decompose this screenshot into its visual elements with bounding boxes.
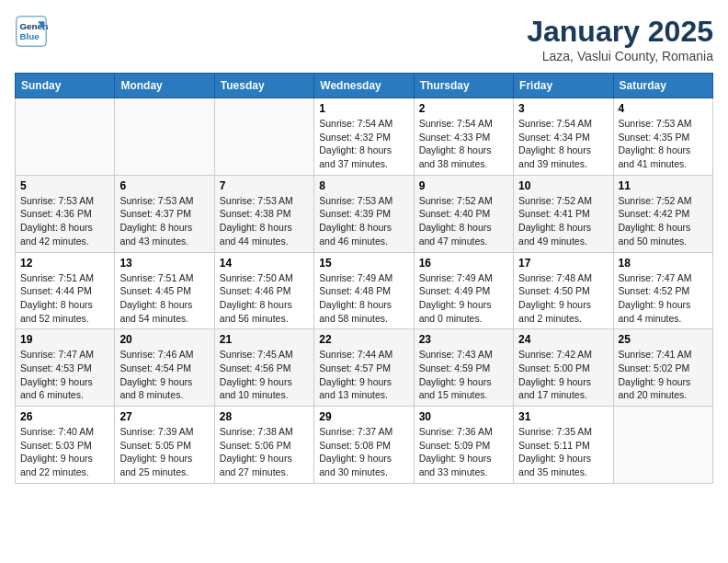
day-number: 16 <box>419 257 508 270</box>
day-info: Sunrise: 7:41 AMSunset: 5:02 PMDaylight:… <box>619 348 708 402</box>
day-cell: 16Sunrise: 7:49 AMSunset: 4:49 PMDayligh… <box>414 252 513 329</box>
day-info: Sunrise: 7:35 AMSunset: 5:11 PMDaylight:… <box>518 425 608 479</box>
day-number: 3 <box>518 102 608 115</box>
day-info: Sunrise: 7:43 AMSunset: 4:59 PMDaylight:… <box>419 348 508 402</box>
day-info: Sunrise: 7:54 AMSunset: 4:32 PMDaylight:… <box>319 117 408 171</box>
day-info: Sunrise: 7:53 AMSunset: 4:37 PMDaylight:… <box>119 194 209 248</box>
day-info: Sunrise: 7:47 AMSunset: 4:52 PMDaylight:… <box>619 271 708 326</box>
day-number: 4 <box>619 102 708 115</box>
day-cell: 17Sunrise: 7:48 AMSunset: 4:50 PMDayligh… <box>514 252 613 329</box>
day-cell: 13Sunrise: 7:51 AMSunset: 4:45 PMDayligh… <box>115 252 214 329</box>
day-info: Sunrise: 7:53 AMSunset: 4:39 PMDaylight:… <box>319 194 408 248</box>
day-number: 19 <box>20 333 109 346</box>
day-info: Sunrise: 7:53 AMSunset: 4:35 PMDaylight:… <box>619 117 708 171</box>
day-number: 6 <box>119 179 209 192</box>
day-number: 25 <box>619 333 708 346</box>
day-info: Sunrise: 7:44 AMSunset: 4:57 PMDaylight:… <box>319 348 408 402</box>
day-cell: 10Sunrise: 7:52 AMSunset: 4:41 PMDayligh… <box>514 175 613 252</box>
day-info: Sunrise: 7:49 AMSunset: 4:48 PMDaylight:… <box>319 271 408 326</box>
day-info: Sunrise: 7:53 AMSunset: 4:38 PMDaylight:… <box>220 194 309 248</box>
day-info: Sunrise: 7:50 AMSunset: 4:46 PMDaylight:… <box>220 271 309 326</box>
day-info: Sunrise: 7:46 AMSunset: 4:54 PMDaylight:… <box>119 348 209 402</box>
day-cell: 19Sunrise: 7:47 AMSunset: 4:53 PMDayligh… <box>16 329 115 407</box>
day-cell: 2Sunrise: 7:54 AMSunset: 4:33 PMDaylight… <box>414 98 513 176</box>
svg-text:Blue: Blue <box>19 31 40 41</box>
day-number: 27 <box>119 410 209 423</box>
day-cell: 7Sunrise: 7:53 AMSunset: 4:38 PMDaylight… <box>214 175 313 252</box>
col-header-wednesday: Wednesday <box>314 74 414 98</box>
day-cell <box>115 98 214 176</box>
col-header-sunday: Sunday <box>16 74 115 98</box>
day-cell: 26Sunrise: 7:40 AMSunset: 5:03 PMDayligh… <box>16 407 115 484</box>
week-row-2: 5Sunrise: 7:53 AMSunset: 4:36 PMDaylight… <box>16 175 713 252</box>
day-number: 29 <box>319 410 408 423</box>
day-info: Sunrise: 7:40 AMSunset: 5:03 PMDaylight:… <box>20 425 109 479</box>
day-number: 30 <box>419 410 508 423</box>
day-number: 8 <box>319 179 408 192</box>
day-info: Sunrise: 7:39 AMSunset: 5:05 PMDaylight:… <box>119 425 209 479</box>
day-cell: 8Sunrise: 7:53 AMSunset: 4:39 PMDaylight… <box>314 175 414 252</box>
day-cell: 5Sunrise: 7:53 AMSunset: 4:36 PMDaylight… <box>16 175 115 252</box>
calendar-title: January 2025 <box>527 15 713 49</box>
day-number: 10 <box>518 179 608 192</box>
day-info: Sunrise: 7:52 AMSunset: 4:40 PMDaylight:… <box>419 194 508 248</box>
day-number: 23 <box>419 333 508 346</box>
day-cell: 22Sunrise: 7:44 AMSunset: 4:57 PMDayligh… <box>314 329 414 407</box>
day-info: Sunrise: 7:51 AMSunset: 4:44 PMDaylight:… <box>20 271 109 326</box>
col-header-thursday: Thursday <box>414 74 513 98</box>
day-cell: 12Sunrise: 7:51 AMSunset: 4:44 PMDayligh… <box>16 252 115 329</box>
week-row-5: 26Sunrise: 7:40 AMSunset: 5:03 PMDayligh… <box>16 407 713 484</box>
day-info: Sunrise: 7:51 AMSunset: 4:45 PMDaylight:… <box>119 271 209 326</box>
day-cell: 9Sunrise: 7:52 AMSunset: 4:40 PMDaylight… <box>414 175 513 252</box>
day-cell: 25Sunrise: 7:41 AMSunset: 5:02 PMDayligh… <box>613 329 712 407</box>
day-info: Sunrise: 7:48 AMSunset: 4:50 PMDaylight:… <box>518 271 608 326</box>
day-number: 13 <box>119 257 209 270</box>
day-number: 11 <box>619 179 708 192</box>
week-row-4: 19Sunrise: 7:47 AMSunset: 4:53 PMDayligh… <box>16 329 713 407</box>
day-cell: 21Sunrise: 7:45 AMSunset: 4:56 PMDayligh… <box>214 329 313 407</box>
day-number: 1 <box>319 102 408 115</box>
col-header-tuesday: Tuesday <box>214 74 313 98</box>
day-cell: 20Sunrise: 7:46 AMSunset: 4:54 PMDayligh… <box>115 329 214 407</box>
col-header-monday: Monday <box>115 74 214 98</box>
day-info: Sunrise: 7:36 AMSunset: 5:09 PMDaylight:… <box>419 425 508 479</box>
calendar-subtitle: Laza, Vaslui County, Romania <box>527 49 713 63</box>
day-number: 24 <box>518 333 608 346</box>
day-number: 20 <box>119 333 209 346</box>
day-number: 28 <box>220 410 309 423</box>
week-row-3: 12Sunrise: 7:51 AMSunset: 4:44 PMDayligh… <box>16 252 713 329</box>
day-number: 15 <box>319 257 408 270</box>
day-number: 18 <box>619 257 708 270</box>
day-cell: 31Sunrise: 7:35 AMSunset: 5:11 PMDayligh… <box>514 407 613 484</box>
day-info: Sunrise: 7:52 AMSunset: 4:41 PMDaylight:… <box>518 194 608 248</box>
day-info: Sunrise: 7:54 AMSunset: 4:33 PMDaylight:… <box>419 117 508 171</box>
day-number: 26 <box>20 410 109 423</box>
col-header-friday: Friday <box>514 74 613 98</box>
day-cell: 24Sunrise: 7:42 AMSunset: 5:00 PMDayligh… <box>514 329 613 407</box>
day-cell: 18Sunrise: 7:47 AMSunset: 4:52 PMDayligh… <box>613 252 712 329</box>
day-cell: 14Sunrise: 7:50 AMSunset: 4:46 PMDayligh… <box>214 252 313 329</box>
day-number: 31 <box>518 410 608 423</box>
day-number: 7 <box>220 179 309 192</box>
day-info: Sunrise: 7:47 AMSunset: 4:53 PMDaylight:… <box>20 348 109 402</box>
day-cell: 6Sunrise: 7:53 AMSunset: 4:37 PMDaylight… <box>115 175 214 252</box>
day-cell: 23Sunrise: 7:43 AMSunset: 4:59 PMDayligh… <box>414 329 513 407</box>
day-cell: 29Sunrise: 7:37 AMSunset: 5:08 PMDayligh… <box>314 407 414 484</box>
day-info: Sunrise: 7:45 AMSunset: 4:56 PMDaylight:… <box>220 348 309 402</box>
col-header-saturday: Saturday <box>613 74 712 98</box>
day-info: Sunrise: 7:52 AMSunset: 4:42 PMDaylight:… <box>619 194 708 248</box>
day-info: Sunrise: 7:38 AMSunset: 5:06 PMDaylight:… <box>220 425 309 479</box>
day-cell <box>214 98 313 176</box>
day-info: Sunrise: 7:42 AMSunset: 5:00 PMDaylight:… <box>518 348 608 402</box>
day-cell: 27Sunrise: 7:39 AMSunset: 5:05 PMDayligh… <box>115 407 214 484</box>
day-number: 21 <box>220 333 309 346</box>
calendar-table: SundayMondayTuesdayWednesdayThursdayFrid… <box>15 73 713 484</box>
day-cell: 4Sunrise: 7:53 AMSunset: 4:35 PMDaylight… <box>613 98 712 176</box>
header-row: SundayMondayTuesdayWednesdayThursdayFrid… <box>16 74 713 98</box>
day-number: 14 <box>220 257 309 270</box>
day-number: 2 <box>419 102 508 115</box>
day-number: 9 <box>419 179 508 192</box>
logo: General Blue <box>15 15 48 48</box>
day-cell: 30Sunrise: 7:36 AMSunset: 5:09 PMDayligh… <box>414 407 513 484</box>
day-info: Sunrise: 7:53 AMSunset: 4:36 PMDaylight:… <box>20 194 109 248</box>
